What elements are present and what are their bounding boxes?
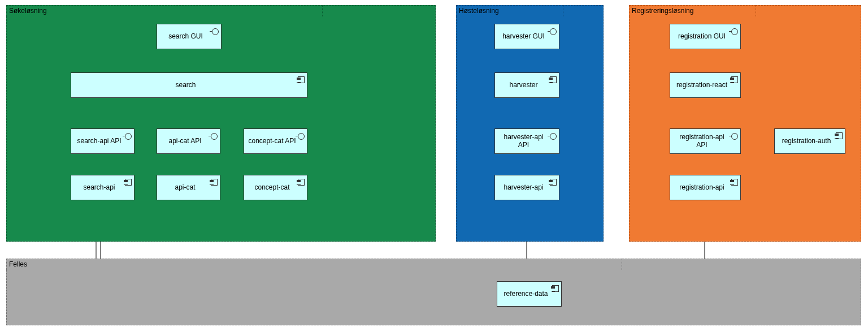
interface-icon [550,28,557,35]
diagram-canvas: { "groups":{ "search":{"title":"Søkeløsn… [0,0,868,331]
component-icon [550,179,557,186]
node-harvester-gui[interactable]: harvester GUI [494,24,559,49]
node-label: reference-data [504,290,548,298]
node-concept-cat-api[interactable]: concept-cat API [244,128,307,154]
node-registration-auth[interactable]: registration-auth [774,128,845,154]
component-icon [731,76,738,83]
interface-icon [298,132,305,139]
node-harvester-api[interactable]: harvester-api [494,175,559,200]
node-label: search-api [83,184,115,192]
component-icon [125,179,132,186]
node-search-api-api[interactable]: search-api API [71,128,134,154]
node-label: registration-api API [674,134,730,149]
interface-icon [731,28,738,35]
node-label: search [175,81,196,89]
component-icon [731,179,738,186]
node-label: registration GUI [678,33,726,41]
node-label: search-api API [77,137,121,145]
node-label: api-cat [175,184,195,192]
node-label: registration-auth [782,137,831,145]
node-label: registration-react [676,81,727,89]
component-icon [298,76,305,83]
node-search-api[interactable]: search-api [71,175,134,200]
interface-icon [731,132,738,139]
component-icon [836,132,843,139]
node-label: registration-api [679,184,724,192]
interface-icon [550,132,557,139]
node-registration-api[interactable]: registration-api [670,175,741,200]
node-harvester[interactable]: harvester [494,72,559,98]
node-label: search GUI [168,33,203,41]
group-title: Søkeløsning [9,7,47,15]
node-registration-react[interactable]: registration-react [670,72,741,98]
group-common: Felles [6,259,861,325]
node-label: harvester GUI [502,33,545,41]
interface-icon [212,28,219,35]
group-register: Registreringsløsning [629,5,861,242]
component-icon [550,76,557,83]
group-title: Høsteløsning [459,7,499,15]
interface-icon [211,132,218,139]
component-icon [552,285,559,292]
group-title: Felles [9,260,27,268]
node-registration-api-api[interactable]: registration-api API [670,128,741,154]
group-title: Registreringsløsning [632,7,693,15]
node-label: concept-cat [254,184,289,192]
node-concept-cat[interactable]: concept-cat [244,175,307,200]
component-icon [298,179,305,186]
node-harvester-api-api[interactable]: harvester-api API [494,128,559,154]
node-api-cat[interactable]: api-cat [157,175,220,200]
node-label: api-cat API [168,137,201,145]
component-icon [211,179,218,186]
node-reference-data[interactable]: reference-data [497,281,562,307]
interface-icon [125,132,132,139]
node-label: harvester-api [504,184,543,192]
node-label: harvester [509,81,537,89]
node-search[interactable]: search [71,72,307,98]
node-api-cat-api[interactable]: api-cat API [157,128,220,154]
node-label: concept-cat API [248,137,296,145]
node-label: harvester-api API [498,134,549,149]
node-registration-gui[interactable]: registration GUI [670,24,741,49]
node-search-gui[interactable]: search GUI [157,24,222,49]
